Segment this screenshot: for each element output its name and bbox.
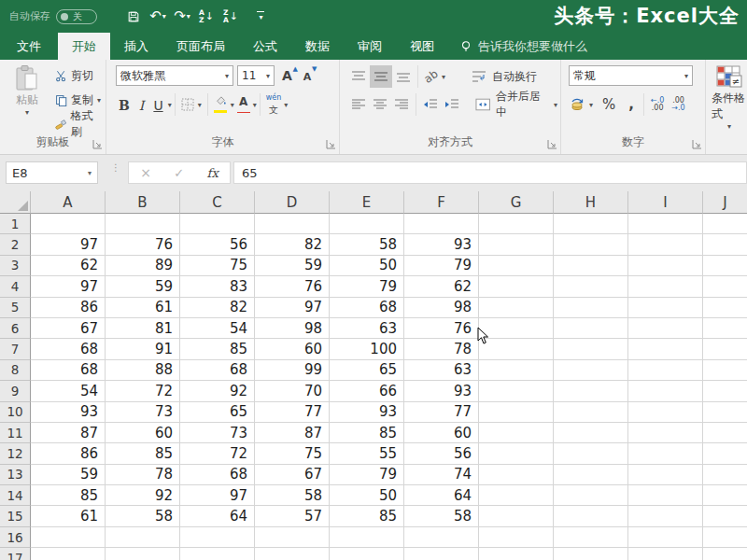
cell-B7[interactable]: 91	[106, 339, 180, 359]
cell-G9[interactable]	[479, 381, 554, 401]
cell-E11[interactable]: 85	[330, 423, 404, 443]
cell-J17[interactable]	[703, 548, 747, 560]
cell-H17[interactable]	[554, 548, 628, 560]
row-header-14[interactable]: 14	[0, 485, 31, 506]
cell-E14[interactable]: 50	[330, 485, 404, 506]
phonetic-guide-button[interactable]: wén 文	[263, 94, 285, 115]
cell-E6[interactable]: 63	[330, 318, 404, 339]
font-name-combo[interactable]: 微软雅黑 ▾	[116, 65, 233, 86]
cell-G10[interactable]	[479, 402, 554, 423]
cell-A7[interactable]: 68	[31, 339, 106, 359]
cell-A15[interactable]: 61	[31, 506, 106, 526]
cell-A14[interactable]: 85	[31, 485, 106, 506]
cell-F8[interactable]: 63	[404, 360, 479, 381]
cell-A3[interactable]: 62	[31, 256, 106, 276]
cell-C2[interactable]: 56	[180, 234, 255, 255]
cell-E1[interactable]	[330, 214, 404, 234]
tab-review[interactable]: 审阅	[344, 33, 396, 60]
cell-D8[interactable]: 99	[255, 360, 330, 381]
cell-J16[interactable]	[703, 527, 747, 548]
cell-A11[interactable]: 87	[31, 423, 106, 443]
cell-A8[interactable]: 68	[31, 360, 106, 381]
cell-E4[interactable]: 79	[330, 276, 404, 297]
cell-D7[interactable]: 60	[255, 339, 330, 359]
cell-H1[interactable]	[554, 214, 628, 234]
cell-E2[interactable]: 58	[330, 234, 404, 255]
cell-H15[interactable]	[554, 506, 628, 526]
cell-D15[interactable]: 57	[255, 506, 330, 526]
cell-D17[interactable]	[255, 548, 330, 560]
cell-A5[interactable]: 86	[31, 298, 106, 318]
cell-E8[interactable]: 65	[330, 360, 404, 381]
cell-G16[interactable]	[479, 527, 554, 548]
cell-C11[interactable]: 73	[180, 423, 255, 443]
tab-page-layout[interactable]: 页面布局	[162, 33, 239, 60]
cell-I16[interactable]	[628, 527, 703, 548]
cell-C15[interactable]: 64	[180, 506, 255, 526]
copy-button[interactable]: 复制 ▾	[52, 90, 106, 110]
number-format-combo[interactable]: 常规 ▾	[569, 65, 693, 86]
cell-D5[interactable]: 97	[255, 298, 330, 318]
row-header-16[interactable]: 16	[0, 527, 31, 548]
cell-G2[interactable]	[479, 234, 554, 255]
row-header-8[interactable]: 8	[0, 360, 31, 381]
redo-button[interactable]: ↷▾	[172, 6, 192, 28]
cell-G1[interactable]	[479, 214, 554, 234]
cell-F17[interactable]	[404, 548, 479, 560]
number-dialog-launcher[interactable]	[692, 139, 702, 149]
row-header-5[interactable]: 5	[0, 298, 31, 318]
cell-J3[interactable]	[703, 256, 747, 276]
cell-A17[interactable]	[31, 548, 106, 560]
row-header-7[interactable]: 7	[0, 339, 31, 359]
cell-F5[interactable]: 98	[404, 298, 479, 318]
cell-J6[interactable]	[703, 318, 747, 339]
align-middle-button[interactable]	[370, 65, 392, 88]
cell-E13[interactable]: 79	[330, 465, 404, 485]
cell-G17[interactable]	[479, 548, 554, 560]
column-header-F[interactable]: F	[404, 191, 479, 214]
cell-J8[interactable]	[703, 360, 747, 381]
cell-D11[interactable]: 87	[255, 423, 330, 443]
column-header-C[interactable]: C	[180, 191, 255, 214]
cell-C4[interactable]: 83	[180, 276, 255, 297]
row-header-10[interactable]: 10	[0, 402, 31, 423]
clipboard-dialog-launcher[interactable]	[92, 139, 103, 149]
cell-D12[interactable]: 75	[255, 443, 330, 464]
cell-E16[interactable]	[330, 527, 404, 548]
cell-C12[interactable]: 72	[180, 443, 255, 464]
cell-D10[interactable]: 77	[255, 402, 330, 423]
sort-asc-button[interactable]: AZ↓	[196, 6, 217, 28]
cell-D1[interactable]	[255, 214, 330, 234]
font-size-combo[interactable]: 11 ▾	[237, 65, 275, 86]
tab-insert[interactable]: 插入	[110, 33, 162, 60]
column-header-I[interactable]: I	[628, 191, 703, 214]
format-painter-button[interactable]: 格式刷	[52, 114, 106, 134]
cell-I12[interactable]	[628, 443, 703, 464]
cell-I14[interactable]	[628, 485, 703, 506]
tell-me-box[interactable]: 告诉我你想要做什么	[448, 33, 599, 60]
conditional-formatting-button[interactable]: ≠ 条件格式 ▾	[712, 64, 747, 131]
cell-C13[interactable]: 68	[180, 465, 255, 485]
decrease-decimal-button[interactable]: .00 →.0	[668, 97, 688, 112]
cell-H13[interactable]	[554, 465, 628, 485]
cell-B4[interactable]: 59	[106, 276, 180, 297]
cell-B14[interactable]: 92	[106, 485, 180, 506]
decrease-font-button[interactable]: A▼	[300, 68, 316, 83]
row-header-4[interactable]: 4	[0, 276, 31, 297]
cell-H7[interactable]	[554, 339, 628, 359]
cell-G7[interactable]	[479, 339, 554, 359]
accounting-format-button[interactable]: ▾	[567, 94, 596, 115]
cell-B1[interactable]	[106, 214, 180, 234]
cell-H6[interactable]	[554, 318, 628, 339]
cell-A16[interactable]	[31, 527, 106, 548]
cell-A2[interactable]: 97	[31, 234, 106, 255]
cell-I13[interactable]	[628, 465, 703, 485]
cell-B6[interactable]: 81	[106, 318, 180, 339]
row-header-17[interactable]: 17	[0, 548, 31, 560]
cell-E9[interactable]: 66	[330, 381, 404, 401]
cell-I15[interactable]	[628, 506, 703, 526]
autosave-toggle[interactable]: 关	[56, 9, 97, 24]
underline-button[interactable]: U	[148, 93, 167, 116]
cell-F14[interactable]: 64	[404, 485, 479, 506]
cell-B9[interactable]: 72	[106, 381, 180, 401]
